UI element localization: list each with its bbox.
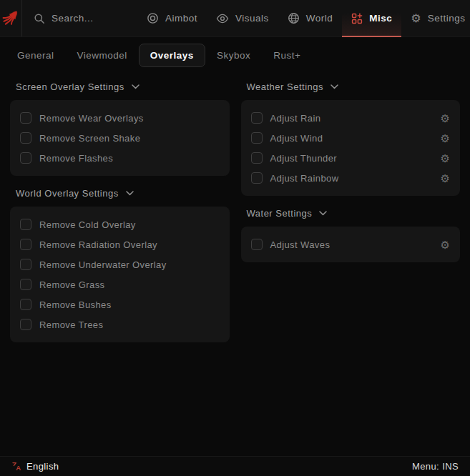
app-logo bbox=[0, 0, 22, 36]
checkbox[interactable] bbox=[20, 259, 31, 270]
setting-row: Adjust Thunder ⚙ bbox=[251, 148, 451, 168]
nav-item-visuals[interactable]: Visuals bbox=[207, 0, 278, 36]
section-title: Weather Settings bbox=[247, 81, 323, 92]
section-header-screen-overlay[interactable]: Screen Overlay Settings bbox=[16, 80, 230, 93]
setting-row: Remove Cold Overlay bbox=[20, 214, 220, 234]
gear-icon[interactable]: ⚙ bbox=[441, 239, 450, 250]
section-title: Screen Overlay Settings bbox=[16, 81, 124, 92]
setting-label: Remove Flashes bbox=[39, 153, 113, 164]
setting-label: Remove Wear Overlays bbox=[39, 113, 144, 124]
tab-viewmodel[interactable]: Viewmodel bbox=[66, 44, 139, 67]
eye-icon bbox=[216, 12, 229, 25]
checkbox[interactable] bbox=[251, 112, 263, 124]
top-bar: Aimbot Visuals World bbox=[0, 0, 470, 37]
checkbox[interactable] bbox=[20, 299, 31, 310]
tab-overlays[interactable]: Overlays bbox=[139, 44, 205, 67]
nav-label: Aimbot bbox=[165, 13, 197, 24]
nav-item-settings[interactable]: ⚙ Settings bbox=[401, 0, 470, 36]
tab-rustplus[interactable]: Rust+ bbox=[262, 44, 312, 67]
setting-label: Remove Grass bbox=[39, 279, 105, 290]
weather-settings-card: Adjust Rain ⚙ Adjust Wind ⚙ Adjust Thund… bbox=[241, 100, 461, 196]
search-box bbox=[22, 0, 137, 36]
section-header-weather[interactable]: Weather Settings bbox=[247, 80, 461, 93]
section-header-water[interactable]: Water Settings bbox=[247, 207, 461, 219]
setting-label: Remove Underwater Overlay bbox=[39, 259, 167, 270]
checkbox[interactable] bbox=[251, 132, 263, 144]
checkbox[interactable] bbox=[20, 219, 31, 230]
tab-skybox[interactable]: Skybox bbox=[205, 44, 262, 67]
language-selector[interactable]: A English bbox=[11, 461, 59, 472]
left-column: Screen Overlay Settings Remove Wear Over… bbox=[10, 73, 230, 342]
water-settings-card: Adjust Waves ⚙ bbox=[241, 227, 461, 262]
setting-row: Adjust Rain ⚙ bbox=[251, 108, 451, 128]
svg-text:A: A bbox=[16, 464, 21, 472]
setting-row: Remove Trees bbox=[20, 314, 220, 334]
status-bar: A English Menu: INS bbox=[0, 456, 470, 476]
tab-general[interactable]: General bbox=[6, 44, 66, 67]
setting-label: Remove Trees bbox=[39, 319, 103, 330]
translate-icon: A bbox=[11, 461, 22, 472]
nav-item-world[interactable]: World bbox=[278, 0, 343, 36]
chevron-down-icon bbox=[331, 84, 338, 89]
setting-label: Adjust Thunder bbox=[270, 153, 338, 164]
main-nav: Aimbot Visuals World bbox=[137, 0, 470, 36]
checkbox[interactable] bbox=[251, 239, 263, 250]
checkbox[interactable] bbox=[251, 172, 263, 184]
nav-item-aimbot[interactable]: Aimbot bbox=[137, 0, 207, 36]
setting-label: Adjust Waves bbox=[270, 239, 331, 250]
content-area: Screen Overlay Settings Remove Wear Over… bbox=[0, 73, 470, 456]
section-title: Water Settings bbox=[247, 208, 313, 219]
nav-label: Misc bbox=[369, 13, 392, 24]
chevron-down-icon bbox=[126, 191, 134, 196]
gear-icon[interactable]: ⚙ bbox=[441, 153, 450, 164]
setting-row: Remove Grass bbox=[20, 274, 220, 294]
nav-label: World bbox=[306, 13, 333, 24]
setting-label: Remove Radiation Overlay bbox=[39, 239, 157, 250]
nav-label: Visuals bbox=[235, 13, 269, 24]
search-icon bbox=[34, 13, 45, 24]
target-icon bbox=[147, 12, 159, 24]
checkbox[interactable] bbox=[20, 132, 31, 144]
setting-row: Remove Bushes bbox=[20, 294, 220, 314]
checkbox[interactable] bbox=[20, 152, 31, 164]
setting-label: Adjust Rainbow bbox=[270, 173, 339, 184]
squid-logo-icon bbox=[0, 8, 21, 29]
checkbox[interactable] bbox=[20, 279, 31, 290]
setting-row: Remove Flashes bbox=[20, 148, 220, 168]
setting-label: Adjust Rain bbox=[270, 113, 321, 124]
nav-label: Settings bbox=[428, 13, 466, 24]
nav-item-misc[interactable]: Misc bbox=[342, 0, 401, 36]
gear-icon[interactable]: ⚙ bbox=[441, 113, 450, 124]
cheat-menu-window: Aimbot Visuals World bbox=[0, 0, 470, 476]
right-column: Weather Settings Adjust Rain ⚙ Adjust Wi… bbox=[241, 73, 461, 262]
globe-icon bbox=[288, 12, 300, 24]
language-label: English bbox=[26, 461, 59, 472]
checkbox[interactable] bbox=[20, 112, 31, 124]
grid-plus-icon bbox=[351, 13, 363, 24]
setting-row: Remove Screen Shake bbox=[20, 128, 220, 148]
search-input[interactable] bbox=[52, 13, 137, 24]
checkbox[interactable] bbox=[251, 152, 263, 164]
checkbox[interactable] bbox=[20, 319, 31, 330]
setting-row: Remove Radiation Overlay bbox=[20, 234, 220, 254]
setting-row: Remove Wear Overlays bbox=[20, 108, 220, 128]
setting-label: Remove Bushes bbox=[39, 299, 112, 310]
gear-icon[interactable]: ⚙ bbox=[441, 133, 450, 144]
checkbox[interactable] bbox=[20, 239, 31, 250]
section-title: World Overlay Settings bbox=[16, 188, 119, 199]
section-header-world-overlay[interactable]: World Overlay Settings bbox=[16, 187, 230, 199]
screen-overlay-card: Remove Wear Overlays Remove Screen Shake… bbox=[10, 100, 230, 176]
setting-row: Adjust Waves ⚙ bbox=[251, 234, 451, 254]
chevron-down-icon bbox=[319, 211, 327, 216]
setting-row: Remove Underwater Overlay bbox=[20, 254, 220, 274]
setting-row: Adjust Wind ⚙ bbox=[251, 128, 451, 148]
setting-label: Remove Cold Overlay bbox=[39, 219, 136, 230]
menu-keybind-label: Menu: INS bbox=[412, 461, 459, 472]
world-overlay-card: Remove Cold Overlay Remove Radiation Ove… bbox=[10, 207, 230, 342]
setting-row: Adjust Rainbow ⚙ bbox=[251, 168, 451, 188]
setting-label: Remove Screen Shake bbox=[39, 133, 140, 144]
sub-tabs: General Viewmodel Overlays Skybox Rust+ bbox=[0, 37, 470, 73]
chevron-down-icon bbox=[132, 84, 139, 89]
gear-icon[interactable]: ⚙ bbox=[441, 173, 450, 184]
setting-label: Adjust Wind bbox=[270, 133, 323, 144]
